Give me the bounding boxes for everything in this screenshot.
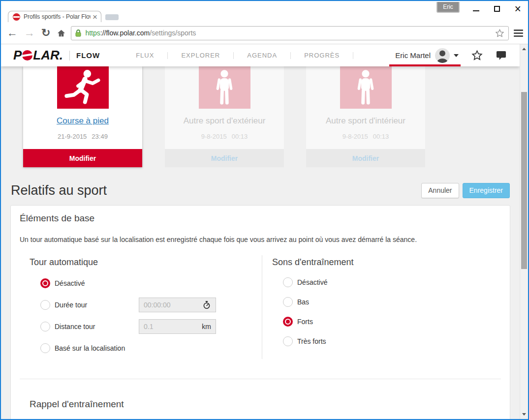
lap-duration-input[interactable]: 00:00:00 [139,298,216,312]
settings-columns: Tour automatique Désactivé Durée tour 00… [11,255,510,359]
auto-lap-column: Tour automatique Désactivé Durée tour 00… [11,255,262,359]
modify-button-indoor[interactable]: Modifier [306,149,425,167]
header-separator [69,51,70,60]
person-icon [199,66,250,109]
nav-item-explorer[interactable]: EXPLORER [168,52,233,59]
polar-flow-page: PLAR. FLOW FLUX EXPLORER AGENDA PROGRÈS … [1,44,520,419]
browser-menu-icon[interactable] [514,28,523,38]
basics-panel: Éléments de base Un tour automatique bas… [10,205,510,419]
scrollbar[interactable] [520,44,528,419]
stopwatch-icon [202,300,211,309]
radio-button[interactable] [40,343,50,353]
auto-lap-option-duration[interactable]: Durée tour 00:00:00 [30,294,262,316]
sounds-option-loud[interactable]: Forts [272,312,510,331]
radio-button[interactable] [283,297,293,307]
nav-item-progres[interactable]: PROGRÈS [291,52,353,59]
panel-description: Un tour automatique basé sur la localisa… [20,236,501,243]
save-button[interactable]: Enregistrer [463,183,510,198]
browser-tab[interactable]: Profils sportifs - Polar Flow [8,11,101,22]
sport-link-running[interactable]: Course à pied [57,116,109,125]
sport-card-indoor: Autre sport d'intérieur 9-8-201500:13 Mo… [306,66,425,167]
browser-toolbar: https://flow.polar.com/settings/sports [1,22,528,44]
user-area: Eric Martel [395,44,520,66]
titlebar: Profils sportifs - Polar Flow Eric [1,1,528,22]
sport-profiles-row: Course à pied 21-9-201523:49 Modifier [1,66,520,176]
page-viewport: PLAR. FLOW FLUX EXPLORER AGENDA PROGRÈS … [1,44,528,419]
radio-button[interactable] [283,317,293,327]
home-button[interactable] [57,29,66,38]
radio-button[interactable] [283,277,293,287]
lap-distance-input[interactable]: 0.1 km [139,319,216,334]
sport-card-date: 9-8-201500:13 [165,133,284,140]
nav-item-agenda[interactable]: AGENDA [234,52,290,59]
favorites-star-icon[interactable] [471,50,483,61]
auto-lap-option-distance[interactable]: Distance tour 0.1 km [30,316,262,337]
modify-button-outdoor[interactable]: Modifier [165,149,284,167]
product-name: FLOW [76,51,100,60]
bookmark-star-icon[interactable] [495,29,504,38]
forward-button [24,28,35,38]
polar-logo[interactable]: PLAR. [13,48,63,63]
sport-card-title: Autre sport d'intérieur [306,116,425,126]
radio-button[interactable] [283,336,293,346]
running-icon [57,66,109,109]
polar-favicon-icon [13,13,20,21]
avatar [435,48,450,63]
ssl-lock-icon [75,29,81,37]
nav-item-flux[interactable]: FLUX [123,52,167,59]
modify-button-running[interactable]: Modifier [23,149,142,167]
sport-card-date: 21-9-201523:49 [23,133,142,140]
sport-card-running: Course à pied 21-9-201523:49 Modifier [23,66,142,167]
scroll-up-icon[interactable] [520,45,528,52]
site-header: PLAR. FLOW FLUX EXPLORER AGENDA PROGRÈS … [1,44,520,66]
user-name: Eric Martel [395,51,431,60]
sounds-option-low[interactable]: Bas [272,292,510,312]
sport-card-outdoor: Autre sport d'extérieur 9-8-201500:13 Mo… [165,66,284,167]
main-nav: FLUX EXPLORER AGENDA PROGRÈS [123,52,353,59]
page-title: Relatifs au sport [11,183,421,198]
scrollbar-thumb[interactable] [521,92,527,269]
distance-unit: km [202,323,211,330]
sounds-column: Sons d'entraînement Désactivé Bas Forts [262,255,510,359]
messages-icon[interactable] [496,50,507,60]
sport-card-date: 9-8-201500:13 [306,133,425,140]
radio-button[interactable] [40,300,50,310]
radio-button[interactable] [40,278,50,288]
close-button[interactable] [515,4,521,13]
cancel-button[interactable]: Annuler [421,183,459,198]
person-icon [340,66,392,109]
auto-lap-option-off[interactable]: Désactivé [30,272,262,294]
browser-window: Profils sportifs - Polar Flow Eric https… [0,0,529,420]
auto-lap-title: Tour automatique [30,257,262,268]
reminder-title: Rappel d'entraînement [30,399,510,410]
section-header: Relatifs au sport Annuler Enregistrer [1,176,520,205]
minimize-button[interactable] [473,10,479,11]
panel-heading: Éléments de base [20,213,510,224]
auto-lap-option-location[interactable]: Basé sur la localisation [30,337,262,359]
browser-profile-badge[interactable]: Eric [436,2,460,13]
url-text: https://flow.polar.com/settings/sports [85,29,495,37]
radio-button[interactable] [40,322,50,331]
back-button[interactable] [7,28,18,38]
scroll-down-icon[interactable] [520,411,528,418]
new-tab-button[interactable] [105,14,119,20]
sport-card-title: Autre sport d'extérieur [165,116,284,126]
window-controls [473,4,521,13]
sport-card-title: Course à pied [23,116,142,126]
sounds-title: Sons d'entraînement [272,257,510,268]
maximize-button[interactable] [494,6,500,12]
chevron-down-icon [454,54,459,57]
sounds-option-very-loud[interactable]: Très forts [272,331,510,351]
reload-button[interactable] [41,28,50,38]
polar-logo-o-icon [22,50,32,60]
address-bar[interactable]: https://flow.polar.com/settings/sports [71,26,509,40]
sounds-option-off[interactable]: Désactivé [272,272,510,292]
tab-close-icon[interactable] [93,13,97,21]
panel-divider [20,379,501,379]
tab-title: Profils sportifs - Polar Flow [24,13,91,20]
user-menu[interactable]: Eric Martel [395,44,459,66]
